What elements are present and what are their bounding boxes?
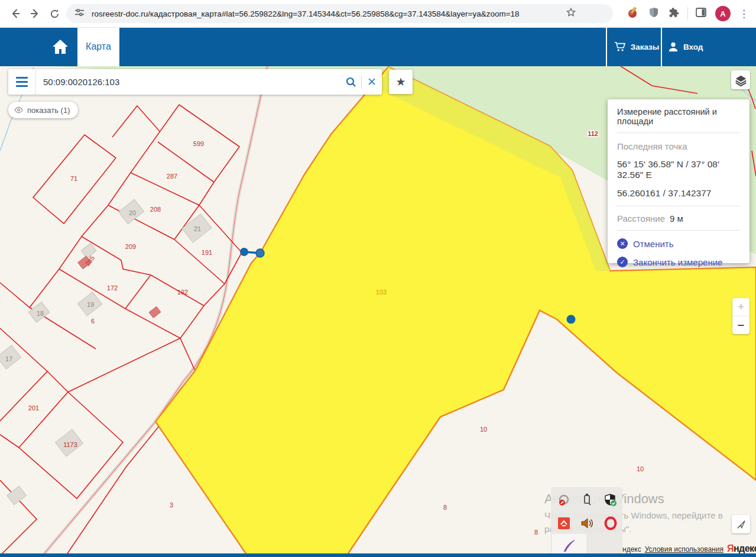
finish-measure-link[interactable]: ✓ Закончить измерение — [617, 257, 740, 267]
login-button[interactable]: Вход — [668, 27, 709, 66]
parcel-label: 192 — [177, 289, 188, 296]
clear-search-icon[interactable]: ✕ — [362, 69, 382, 95]
footer-bar — [0, 553, 756, 557]
selected-parcel-label: 103 — [376, 289, 387, 296]
orders-button[interactable]: Заказы — [614, 27, 660, 66]
building-label: 17 — [5, 355, 12, 362]
red-switch-icon[interactable] — [555, 514, 573, 532]
person-icon — [668, 41, 679, 52]
show-results-pill[interactable]: показать (1) — [8, 102, 78, 118]
measure-point — [240, 248, 248, 256]
site-header: Карта Заказы Вход — [0, 27, 756, 66]
reload-icon[interactable] — [46, 5, 63, 22]
distance-row: Расстояние9 м — [617, 213, 740, 231]
building-label: 21 — [194, 225, 201, 232]
parcel-label: 71 — [70, 175, 77, 182]
parcel-label: 191 — [202, 249, 212, 256]
cancel-circle-icon: ✕ — [617, 238, 628, 249]
menu-kebab-icon[interactable]: ⋮ — [739, 8, 749, 20]
security-shield-icon[interactable] — [602, 491, 619, 509]
parcel-label: 287 — [167, 173, 177, 180]
profile-avatar[interactable]: A — [715, 6, 731, 21]
parcel-label: 201 — [28, 404, 39, 412]
coords-dms: 56° 15' 36.58" N / 37° 08' 32.56" E — [617, 159, 740, 180]
parcel-label: 208 — [150, 206, 161, 213]
back-icon[interactable] — [7, 5, 24, 22]
layers-button[interactable] — [731, 70, 750, 89]
building-label: 18 — [37, 310, 44, 317]
attribution-prefix: ндекс — [622, 545, 641, 553]
building-label: 19 — [87, 301, 94, 308]
parcel-label: 172 — [107, 284, 118, 292]
zoom-control: + − — [732, 298, 749, 334]
extensions-puzzle-icon[interactable] — [668, 7, 680, 21]
distance-label: Расстояние — [617, 213, 665, 224]
bookmark-star-icon[interactable] — [566, 7, 576, 20]
measure-point — [567, 315, 576, 324]
distance-value: 9 м — [670, 213, 683, 224]
shield-extension-icon[interactable] — [648, 7, 660, 21]
locate-arrow-icon — [736, 519, 747, 530]
site-settings-icon[interactable] — [74, 8, 85, 20]
seal-extension-icon[interactable] — [627, 6, 640, 21]
parcel-label: 599 — [193, 140, 204, 147]
header-separator — [606, 27, 607, 66]
show-results-label: показать (1) — [27, 106, 70, 115]
dotted-divider — [617, 206, 740, 206]
cancel-label: Отменить — [633, 239, 674, 249]
header-separator — [661, 27, 662, 66]
search-input[interactable] — [36, 77, 341, 87]
tab-map[interactable]: Карта — [77, 27, 119, 66]
address-bar[interactable] — [66, 4, 613, 23]
opera-icon[interactable] — [602, 514, 619, 532]
zoom-in-button[interactable]: + — [732, 298, 749, 316]
map-attribution: ндекс Условия использования Яндекс — [622, 543, 756, 554]
toolbar-divider — [687, 7, 688, 20]
parcel-label: 209 — [125, 243, 136, 250]
terms-of-use-link[interactable]: Условия использования — [645, 545, 723, 553]
check-circle-icon: ✓ — [617, 257, 628, 267]
parcel-label: 1173 — [63, 441, 77, 448]
menu-hamburger-icon[interactable] — [8, 69, 36, 95]
measure-panel: Измерение расстояний и площади Последняя… — [608, 99, 749, 263]
coords-decimal: 56.260161 / 37.142377 — [617, 188, 740, 199]
search-icon[interactable] — [341, 69, 361, 95]
side-panel-icon[interactable] — [695, 7, 707, 21]
eye-icon — [14, 106, 23, 114]
cart-icon — [614, 41, 626, 52]
sync-error-icon[interactable] — [555, 492, 573, 510]
parcel-label: 10 — [637, 465, 644, 472]
volume-icon[interactable] — [578, 514, 596, 532]
parcel-label: 10 — [480, 426, 487, 433]
login-label: Вход — [683, 43, 703, 51]
url-input[interactable] — [90, 9, 566, 19]
forward-icon[interactable] — [27, 5, 43, 22]
orders-label: Заказы — [631, 43, 660, 51]
parcel-label: 3 — [170, 501, 173, 509]
usb-device-icon[interactable] — [578, 491, 596, 509]
building-label: 20 — [129, 209, 136, 216]
last-point-label: Последняя точка — [617, 141, 740, 151]
browser-toolbar: A ⋮ — [0, 0, 756, 28]
parcel-label: 8 — [534, 529, 538, 536]
purple-feather-icon[interactable] — [560, 537, 578, 555]
measure-point — [256, 249, 264, 257]
system-tray-panel — [551, 487, 622, 557]
parcel-label: 6 — [91, 318, 95, 325]
cancel-measure-link[interactable]: ✕ Отменить — [617, 238, 740, 249]
search-bar: ✕ — [8, 69, 382, 95]
page: { "browser": { "url": "rosreestr-doc.ru/… — [0, 0, 756, 557]
tab-map-label: Карта — [86, 41, 111, 52]
home-tab[interactable] — [46, 27, 74, 66]
favorites-button[interactable]: ★ — [389, 70, 413, 94]
yandex-logo[interactable]: Яндекс — [727, 543, 756, 554]
parcel-label: 112 — [588, 130, 598, 137]
locate-button[interactable] — [732, 515, 750, 533]
parcel-label: 8 — [443, 504, 447, 511]
zoom-out-button[interactable]: − — [732, 316, 749, 334]
layers-icon — [735, 74, 747, 86]
measure-panel-title: Измерение расстояний и площади — [617, 107, 740, 133]
home-icon — [51, 38, 69, 55]
finish-label: Закончить измерение — [633, 257, 722, 267]
